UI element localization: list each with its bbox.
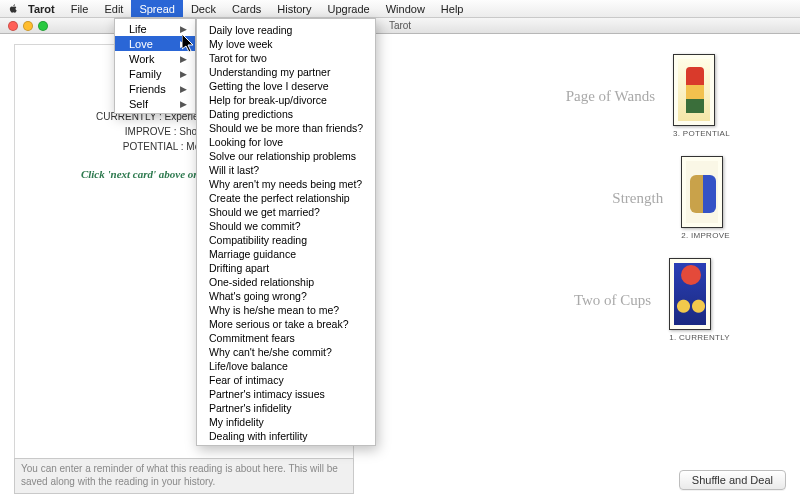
love-submenu-item[interactable]: Why can't he/she commit? [197,344,375,358]
card-caption: 1. CURRENTLY [669,333,730,342]
apple-menu-icon[interactable] [6,3,20,14]
love-submenu-item[interactable]: Tarot for two [197,50,375,64]
submenu-arrow-icon: ▶ [180,24,187,34]
submenu-arrow-icon: ▶ [180,99,187,109]
love-submenu-item[interactable]: Dating predictions [197,106,375,120]
shuffle-and-deal-button[interactable]: Shuffle and Deal [679,470,786,490]
card-row: Two of Cups 1. CURRENTLY [530,258,730,342]
spread-item-life[interactable]: Life▶ [115,21,195,36]
love-submenu-item[interactable]: One-sided relationship [197,274,375,288]
menu-file[interactable]: File [63,0,97,17]
card-caption: 2. IMPROVE [681,231,730,240]
love-submenu-item[interactable]: Daily love reading [197,22,375,36]
tarot-card[interactable] [681,156,723,228]
close-window-button[interactable] [8,21,18,31]
love-submenu-item[interactable]: Should we get married? [197,204,375,218]
love-submenu-item[interactable]: What's going wrong? [197,288,375,302]
app-menu[interactable]: Tarot [20,0,63,17]
menu-history[interactable]: History [269,0,319,17]
tarot-card[interactable] [673,54,715,126]
love-submenu-item[interactable]: Why aren't my needs being met? [197,176,375,190]
card-name-label: Strength [573,190,663,207]
menu-window[interactable]: Window [378,0,433,17]
menu-bar: Tarot File Edit Spread Deck Cards Histor… [0,0,800,18]
menu-cards[interactable]: Cards [224,0,269,17]
love-submenu-item[interactable]: More serious or take a break? [197,316,375,330]
love-submenu-item[interactable]: Will it last? [197,162,375,176]
love-submenu-item[interactable]: Solve our relationship problems [197,148,375,162]
love-submenu-item[interactable]: Marriage guidance [197,246,375,260]
spread-dropdown: Life▶ Love▶ Work▶ Family▶ Friends▶ Self▶ [114,18,196,114]
menu-spread[interactable]: Spread [131,0,182,17]
menu-deck[interactable]: Deck [183,0,224,17]
card-row: Page of Wands 3. POTENTIAL [530,54,730,138]
love-submenu: Daily love readingMy love weekTarot for … [196,18,376,446]
love-submenu-item[interactable]: Should we be more than friends? [197,120,375,134]
love-submenu-item[interactable]: Fear of intimacy [197,372,375,386]
love-submenu-item[interactable]: Create the perfect relationship [197,190,375,204]
card-row: Strength 2. IMPROVE [530,156,730,240]
love-submenu-item[interactable]: Why is he/she mean to me? [197,302,375,316]
menu-edit[interactable]: Edit [96,0,131,17]
love-submenu-item[interactable]: My infidelity [197,414,375,428]
love-submenu-item[interactable]: Understanding my partner [197,64,375,78]
spread-item-self[interactable]: Self▶ [115,96,195,111]
card-name-label: Two of Cups [561,292,651,309]
zoom-window-button[interactable] [38,21,48,31]
submenu-arrow-icon: ▶ [180,69,187,79]
love-submenu-item[interactable]: Drifting apart [197,260,375,274]
minimize-window-button[interactable] [23,21,33,31]
love-submenu-item[interactable]: Compatibility reading [197,232,375,246]
love-submenu-item[interactable]: Should we commit? [197,218,375,232]
spread-item-family[interactable]: Family▶ [115,66,195,81]
card-column: Page of Wands 3. POTENTIAL Strength 2. I… [530,54,730,360]
submenu-arrow-icon: ▶ [180,84,187,94]
submenu-arrow-icon: ▶ [180,54,187,64]
spread-item-friends[interactable]: Friends▶ [115,81,195,96]
love-submenu-item[interactable]: Life/love balance [197,358,375,372]
card-caption: 3. POTENTIAL [673,129,730,138]
spread-item-love[interactable]: Love▶ [115,36,195,51]
reminder-input[interactable]: You can enter a reminder of what this re… [14,458,354,494]
menu-help[interactable]: Help [433,0,472,17]
menu-upgrade[interactable]: Upgrade [320,0,378,17]
submenu-arrow-icon: ▶ [180,39,187,49]
spread-item-work[interactable]: Work▶ [115,51,195,66]
love-submenu-item[interactable]: Looking for love [197,134,375,148]
love-submenu-item[interactable]: Partner's intimacy issues [197,386,375,400]
love-submenu-item[interactable]: Dealing with infertility [197,428,375,442]
love-submenu-item[interactable]: Help for break-up/divorce [197,92,375,106]
love-submenu-item[interactable]: Partner's infidelity [197,400,375,414]
love-submenu-item[interactable]: Commitment fears [197,330,375,344]
love-submenu-item[interactable]: My love week [197,36,375,50]
tarot-card[interactable] [669,258,711,330]
card-name-label: Page of Wands [565,88,655,105]
love-submenu-item[interactable]: Getting the love I deserve [197,78,375,92]
